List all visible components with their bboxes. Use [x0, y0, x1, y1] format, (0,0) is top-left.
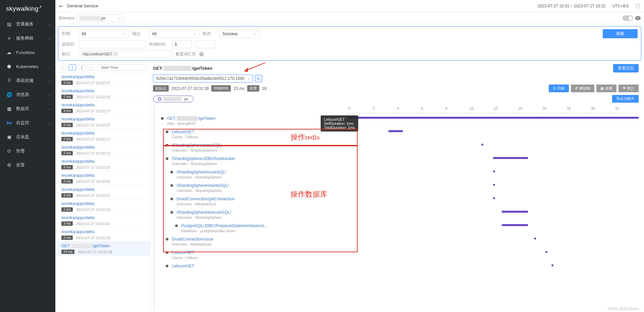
span-row[interactable]: /ShardingSphere/routeSQL/ Unknown - Shar… [153, 168, 347, 182]
sort-select[interactable]: Start Time [98, 64, 148, 71]
duration-badge: 3 ms [61, 165, 73, 169]
span-row[interactable]: Lettuce/GET [153, 262, 347, 276]
view-list-button[interactable]: ☰ 列表 [549, 85, 569, 92]
nav-label: Kubernetes [16, 64, 39, 69]
span-count-label: 跨度 [247, 85, 259, 92]
nav-item[interactable]: ⬢Kubernetes⌄ [0, 59, 55, 73]
trace-item[interactable]: /eureka/apps/delta 2 ms 2023-07-27 10:32… [58, 115, 150, 129]
view-stats-button[interactable]: ⚑ 统计 [619, 85, 639, 92]
trace-item[interactable]: /eureka/apps/delta 3 ms 2023-07-27 10:32… [58, 101, 150, 115]
nav-item[interactable]: 🌐浏览器⌄ [0, 88, 55, 102]
breadcrumb[interactable]: General-Service [67, 3, 98, 8]
filter-panel: 实例: All 端点: All 状态: Success 搜索 追踪ID: 持续时… [58, 26, 641, 61]
instance-select[interactable]: All [78, 30, 129, 38]
span-tree: GET:x/getToken Http - SpringMVC Lettuce/… [153, 105, 347, 310]
vocab-link[interactable]: 配置词汇页 [176, 51, 196, 57]
export-image-button[interactable]: 导出为图片 [612, 95, 639, 103]
toggle-switch[interactable] [623, 15, 633, 21]
page-next[interactable]: › [88, 64, 94, 70]
nav-item[interactable]: ▤普通服务⌄ [0, 17, 55, 31]
trace-item[interactable]: /eureka/apps/delta 2 ms 2023-07-27 10:32… [58, 129, 150, 143]
chevron-down-icon: ⌄ [48, 93, 51, 97]
nav-item[interactable]: ▣仪表盘 [0, 130, 55, 144]
trace-time: 2023-07-27 10:32:32 [76, 95, 110, 99]
trace-endpoint: /eureka/apps/delta [61, 89, 147, 93]
trace-item[interactable]: /eureka/apps/delta 2 ms 2023-07-27 10:31… [58, 227, 150, 242]
nav-item[interactable]: Sw自监控⌄ [0, 116, 55, 130]
page-prev[interactable]: ‹ [60, 64, 67, 70]
duration-badge: 23 ms [61, 250, 74, 254]
info-icon[interactable]: i [635, 4, 640, 8]
trace-item[interactable]: /eureka/apps/delta 2 ms 2023-07-27 10:32… [58, 171, 150, 185]
span-row[interactable]: /ShardingSphere/JDBCRootInvoke/ Unknown … [153, 155, 347, 168]
duration-min-input[interactable] [172, 40, 192, 48]
span-row[interactable]: /ShardingSphere/parseSQL/ Unknown - Shar… [153, 142, 347, 155]
search-button[interactable]: 搜索 [603, 29, 638, 38]
service-chip[interactable]: x.jar [153, 96, 194, 102]
trace-endpoint: /eureka/apps/delta [61, 103, 147, 107]
nav-label: 告警 [16, 148, 25, 154]
copy-icon[interactable]: ⎘ [255, 75, 262, 82]
trace-endpoint: /eureka/apps/delta [61, 201, 147, 206]
service-select[interactable]: x.jar [76, 14, 123, 22]
endpoint-select[interactable]: All [149, 30, 199, 38]
view-table-button[interactable]: ▦ 表格 [596, 85, 616, 92]
span-dot-icon [170, 211, 173, 214]
nav-item[interactable]: ≡服务网格⌄ [0, 31, 55, 45]
traceid-select[interactable]: 4c54c7a1733044c993dc05adbc0e4512.170.169… [153, 74, 253, 83]
tags-input[interactable]: http.method=GET [78, 50, 172, 58]
trace-item[interactable]: /eureka/apps/delta 2 ms 2023-07-27 10:32… [58, 87, 150, 101]
span-dot-icon [175, 224, 178, 227]
help-icon[interactable]: ? [199, 52, 204, 56]
view-tree-button[interactable]: ⇵ 树结构 [571, 85, 594, 92]
trace-item[interactable]: GET:x/getToken 23 ms 2023-07-27 10:31:39 [58, 242, 150, 256]
tags-label: 标记: [62, 51, 75, 57]
trace-item[interactable]: /eureka/apps/delta 3 ms 2023-07-27 10:31… [58, 185, 150, 199]
nav-item[interactable]: ☁Functions [0, 45, 55, 59]
nav-item[interactable]: ⊙告警 [0, 144, 55, 158]
trace-item[interactable]: /eureka/apps/delta 3 ms 2023-07-27 10:32… [58, 157, 150, 171]
trace-time: 2023-07-27 10:32:22 [76, 123, 110, 127]
view-log-button[interactable]: 查看日志 [613, 64, 639, 72]
trace-item[interactable]: /eureka/apps/delta 2 ms 2023-07-27 10:32… [58, 143, 150, 157]
chevron-down-icon: ⌄ [48, 22, 51, 26]
nav-item[interactable]: ⚙设置 [0, 158, 55, 172]
trace-item[interactable]: /eureka/apps/delta 3 ms 2023-07-27 10:31… [58, 213, 150, 227]
trace-item[interactable]: /eureka/apps/delta 2 ms 2023-07-27 10:31… [58, 199, 150, 213]
trace-item[interactable]: /eureka/apps/delta 2 ms 2023-07-27 10:32… [58, 72, 150, 87]
duration-badge: 2 ms [61, 151, 73, 155]
span-row[interactable]: /ShardingSphere/rewriteSQL/ Unknown - Sh… [153, 182, 347, 195]
span-row[interactable]: GET:x/getToken Http - SpringMVC [153, 115, 347, 128]
timeline-dot [493, 197, 495, 199]
trace-time: 2023-07-27 10:32:02 [76, 179, 110, 184]
collapse-icon[interactable]: ⇤ [59, 3, 63, 9]
span-row[interactable]: /ShardingSphere/executeSQL/ Unknown - Sh… [153, 209, 347, 222]
nav-item[interactable]: ▦数据库⌄ [0, 102, 55, 116]
page-1[interactable]: 1 [69, 64, 76, 70]
span-dot-icon [170, 171, 173, 173]
span-row[interactable]: PostgreSQL/JDBC/PreparedStatement/execut… [153, 222, 347, 236]
duration-max-input[interactable] [195, 40, 215, 48]
nav-label: 基础设施 [16, 77, 34, 84]
topbar: ⇤ General-Service 2023-07-27 10:31 ~ 202… [55, 0, 644, 12]
nav-icon: ▤ [6, 21, 12, 27]
span-row[interactable]: Druid/Connection/close Unknown - Alibaba… [153, 236, 347, 249]
timeline-dot [493, 184, 495, 186]
axis-tick: 20 [590, 107, 614, 113]
span-component: Unknown - ShardingSphere [172, 148, 347, 152]
nav-item[interactable]: ⠿基础设施⌄ [0, 73, 55, 88]
span-row[interactable]: Druid/Connection/getConnection Unknown -… [153, 195, 347, 209]
span-operation: Lettuce/GET [172, 129, 347, 134]
traceid-input[interactable] [78, 40, 146, 48]
span-component: Unknown - ShardingSphere [176, 189, 347, 193]
time-range[interactable]: 2023-07-27 10:31 ~ 2023-07-27 10:32 [537, 4, 605, 8]
span-row[interactable]: Lettuce/GET Cache - Lettuce [153, 128, 347, 142]
trace-time: 2023-07-27 10:32:37 [76, 81, 110, 85]
trace-time: 2023-07-27 10:31:42 [76, 236, 110, 240]
detail-title: GET:x/getToken [153, 66, 212, 71]
trace-list: /eureka/apps/delta 2 ms 2023-07-27 10:32… [58, 72, 150, 310]
page-2[interactable]: 2 [78, 64, 86, 70]
status-select[interactable]: Success [219, 30, 260, 38]
tag-chip[interactable]: http.method=GET [81, 52, 118, 56]
span-row[interactable]: Lettuce/GET Cache - Lettuce [153, 249, 347, 262]
